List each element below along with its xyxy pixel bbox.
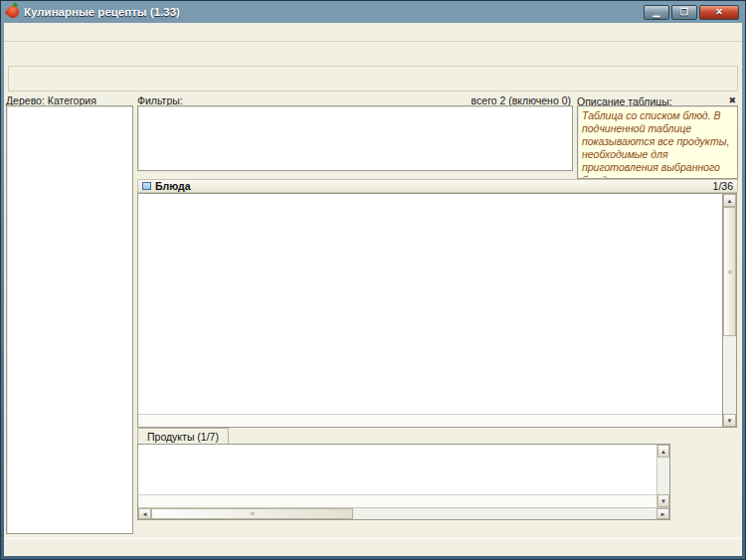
table-description: Таблица со списком блюд. В подчиненной т… (577, 105, 738, 179)
dishes-scroll-thumb[interactable]: ≡ (723, 207, 736, 336)
filters-grid (137, 105, 573, 171)
toolbar (4, 64, 742, 93)
dishes-section-header[interactable]: Блюда 1/36 (137, 179, 738, 193)
scroll-right-icon[interactable]: ► (656, 508, 669, 519)
products-vertical-scrollbar[interactable]: ▲ ▼ (656, 445, 669, 507)
dishes-counter: 1/36 (713, 180, 733, 192)
dishes-summary-row (138, 414, 722, 427)
products-hscroll-track[interactable] (353, 508, 656, 519)
dishes-grid (137, 193, 723, 428)
scroll-down-icon[interactable]: ▼ (723, 414, 736, 427)
products-subtab[interactable]: Продукты (1/7) (137, 428, 229, 444)
dishes-vertical-scrollbar[interactable]: ▲ ≡ ▼ (722, 193, 737, 428)
window-title: Кулинарные рецепты (1.33) (24, 6, 639, 18)
category-tree (6, 105, 133, 534)
dishes-grid-body (138, 194, 722, 414)
toolbar-inner (8, 66, 738, 92)
scroll-left-icon[interactable]: ◄ (138, 508, 151, 519)
products-horizontal-scrollbar[interactable]: ◄ ≡ ► (138, 507, 669, 519)
scroll-up-icon[interactable]: ▲ (723, 194, 736, 207)
app-window: Кулинарные рецепты (1.33) ▁ ❐ ✕ Дерево: … (0, 0, 746, 560)
dishes-title: Блюда (155, 180, 191, 192)
status-bar (4, 538, 742, 556)
products-scroll-track[interactable] (657, 458, 669, 494)
scroll-up-icon[interactable]: ▲ (657, 445, 669, 458)
app-body: Дерево: Категория Фильтры: всего 2 (вклю… (4, 23, 742, 556)
products-grid: ▲ ▼ ◄ ≡ ► (137, 444, 670, 520)
minimize-button[interactable]: ▁ (644, 5, 669, 20)
tab-bar (4, 42, 742, 64)
products-summary-row (138, 494, 656, 507)
menu-bar (4, 23, 742, 42)
maximize-button[interactable]: ❐ (671, 5, 697, 20)
table-icon (142, 182, 151, 190)
dishes-scroll-track[interactable] (723, 336, 736, 414)
products-grid-body (138, 445, 656, 494)
products-scroll-thumb[interactable]: ≡ (151, 508, 353, 519)
title-bar[interactable]: Кулинарные рецепты (1.33) ▁ ❐ ✕ (1, 1, 745, 23)
scroll-down-icon[interactable]: ▼ (657, 494, 669, 507)
client-area: Дерево: Категория Фильтры: всего 2 (вклю… (4, 93, 742, 538)
app-pepper-icon (5, 4, 22, 21)
close-button[interactable]: ✕ (699, 5, 739, 20)
